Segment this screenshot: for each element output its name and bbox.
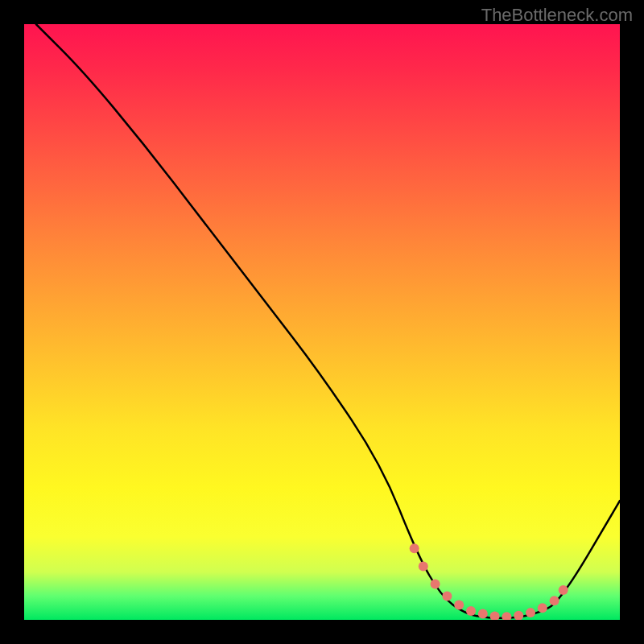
highlight-dot xyxy=(550,596,559,605)
highlight-dots xyxy=(410,543,568,620)
highlight-dot xyxy=(419,561,428,571)
highlight-dot xyxy=(478,609,488,619)
highlight-dot xyxy=(514,611,523,620)
curve-line xyxy=(36,24,620,618)
highlight-dot xyxy=(466,606,476,616)
highlight-dot xyxy=(526,608,535,617)
highlight-dot xyxy=(442,591,452,601)
highlight-dot xyxy=(538,603,547,613)
chart-area xyxy=(24,24,620,620)
highlight-dot xyxy=(559,585,568,595)
highlight-dot xyxy=(454,601,464,610)
highlight-dot xyxy=(431,580,440,589)
chart-svg xyxy=(24,24,620,620)
highlight-dot xyxy=(410,543,419,553)
highlight-dot xyxy=(502,612,511,620)
highlight-dot xyxy=(490,612,500,620)
watermark-text: TheBottleneck.com xyxy=(481,5,633,26)
